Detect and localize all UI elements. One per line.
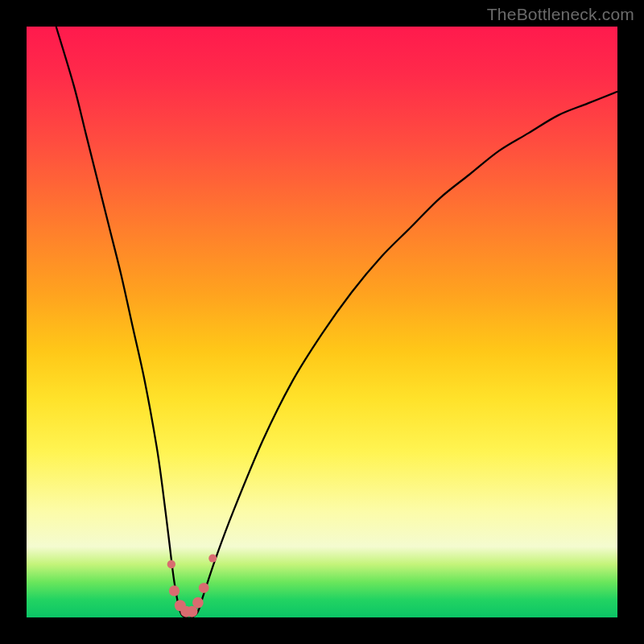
chart-plot-area xyxy=(27,27,617,617)
curve-marker xyxy=(208,555,217,563)
chart-frame: TheBottleneck.com xyxy=(0,0,644,644)
curve-markers xyxy=(27,27,617,617)
curve-marker xyxy=(192,597,204,609)
curve-marker xyxy=(199,583,209,593)
curve-marker xyxy=(169,585,180,596)
curve-marker xyxy=(167,560,175,568)
watermark-text: TheBottleneck.com xyxy=(487,5,634,24)
